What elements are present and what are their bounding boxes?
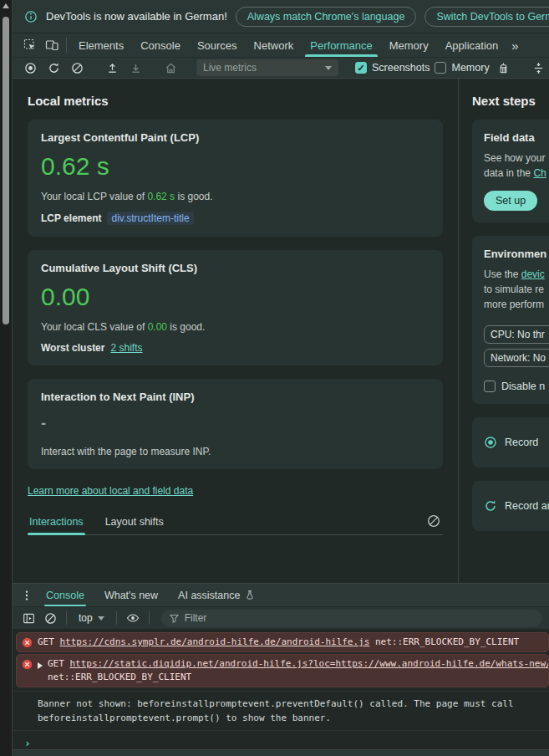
tab-elements[interactable]: Elements: [70, 33, 132, 57]
request-method: GET: [38, 636, 54, 647]
inp-value: -: [41, 415, 430, 432]
switch-devtools-button[interactable]: Switch DevTools to German: [424, 7, 549, 27]
info-icon: [24, 10, 38, 23]
devtools-window: DevTools is now available in German! Alw…: [12, 0, 549, 756]
inspect-icon[interactable]: [19, 33, 41, 57]
match-language-button[interactable]: Always match Chrome's language: [236, 7, 417, 27]
tab-application[interactable]: Application: [437, 33, 507, 57]
reload-icon: [484, 499, 497, 513]
console-log-row[interactable]: Banner not shown: beforeinstallprompteve…: [13, 691, 549, 731]
home-icon[interactable]: [161, 59, 180, 77]
console-toolbar: top: [13, 606, 549, 629]
clear-console-icon[interactable]: [41, 609, 59, 627]
download-profile-icon[interactable]: [126, 59, 145, 77]
checkbox-icon[interactable]: [435, 62, 446, 74]
checkbox-icon[interactable]: [484, 381, 496, 392]
console-drawer: Console What's new AI assistance: [13, 583, 549, 756]
crux-link[interactable]: Ch: [533, 167, 546, 179]
drawer-tabbar: Console What's new AI assistance: [13, 584, 549, 606]
tab-network[interactable]: Network: [246, 33, 302, 57]
disable-network-checkbox[interactable]: Disable n: [484, 381, 549, 392]
lcp-element-link[interactable]: div.structItem-title: [107, 212, 193, 225]
tab-memory[interactable]: Memory: [381, 33, 437, 57]
inp-description: Interact with the page to measure INP.: [41, 446, 430, 457]
record-and-reload-card[interactable]: Record an: [472, 481, 549, 531]
tab-console[interactable]: Console: [132, 33, 189, 57]
collapse-icon[interactable]: [530, 59, 548, 77]
chevron-down-icon: [98, 616, 104, 621]
record-icon[interactable]: [21, 59, 39, 77]
worst-cluster-label: Worst cluster: [41, 342, 104, 354]
console-messages: GET https://cdns.symplr.de/android-hilfe…: [13, 629, 549, 749]
learn-more-link[interactable]: Learn more about local and field data: [28, 485, 193, 497]
tab-interactions[interactable]: Interactions: [28, 511, 85, 534]
logs-tabbar: Interactions Layout shifts: [28, 511, 443, 535]
tab-layout-shifts[interactable]: Layout shifts: [104, 511, 165, 534]
eye-icon[interactable]: [124, 609, 142, 627]
tab-performance[interactable]: Performance: [302, 33, 380, 57]
device-toolbar-icon[interactable]: [41, 33, 63, 57]
inp-card: Interaction to Next Paint (INP) - Intera…: [28, 379, 443, 469]
scroll-up-arrow-icon[interactable]: [3, 3, 9, 8]
field-data-card: Field data See how your data in the Ch S…: [472, 120, 549, 222]
set-up-button[interactable]: Set up: [484, 191, 537, 211]
divider: [116, 611, 117, 625]
environment-title: Environmen: [484, 248, 549, 260]
filter-input[interactable]: [185, 612, 535, 624]
scrollbar-thumb[interactable]: [3, 17, 9, 324]
drawer-tab-ai-assistance[interactable]: AI assistance: [168, 584, 265, 606]
live-metrics-select[interactable]: Live metrics: [196, 59, 338, 76]
record-and-reload-button[interactable]: Record an: [484, 493, 549, 519]
main-tabbar: Elements Console Sources Network Perform…: [13, 33, 549, 57]
clear-icon[interactable]: [68, 59, 86, 77]
divider: [149, 611, 150, 625]
cls-card: Cumulative Layout Shift (CLS) 0.00 Your …: [28, 250, 443, 365]
cls-title: Cumulative Layout Shift (CLS): [41, 262, 430, 274]
kebab-menu-icon[interactable]: [18, 584, 36, 606]
request-url-link[interactable]: https://static.diqidip.net/android-hilfe…: [70, 658, 549, 669]
record-card[interactable]: Record: [472, 417, 549, 467]
cls-description: Your local CLS value of 0.00 is good.: [41, 321, 430, 333]
lcp-element-label: LCP element: [41, 212, 101, 224]
error-icon: [22, 659, 33, 670]
environment-text: Use the devic to simulate re more perfor…: [484, 267, 549, 312]
console-error-row[interactable]: GET https://cdns.symplr.de/android-hilfe…: [16, 632, 549, 652]
context-selector[interactable]: top: [74, 610, 109, 626]
next-steps-heading: Next steps: [472, 94, 549, 108]
next-steps-column: Next steps Field data See how your data …: [458, 79, 549, 583]
drawer-tab-whats-new[interactable]: What's new: [94, 584, 168, 606]
network-throttling-select[interactable]: Network: No: [484, 349, 549, 367]
clear-log-icon[interactable]: [424, 512, 443, 530]
request-url-link[interactable]: https://cdns.symplr.de/android-hilfe.de/…: [60, 636, 370, 647]
lcp-card: Largest Contentful Paint (LCP) 0.62 s Yo…: [28, 120, 443, 237]
memory-checkbox[interactable]: Memory: [435, 62, 489, 74]
checkbox-checked-icon[interactable]: [355, 62, 367, 74]
screenshots-checkbox[interactable]: Screenshots: [355, 62, 430, 74]
more-tabs-button[interactable]: »: [506, 33, 523, 57]
lcp-inline-value: 0.62 s: [147, 191, 175, 202]
expand-triangle-icon[interactable]: [38, 662, 43, 669]
garbage-collect-icon[interactable]: [495, 59, 513, 77]
console-sidebar-icon[interactable]: [19, 609, 38, 627]
upload-profile-icon[interactable]: [103, 59, 121, 77]
cls-inline-value: 0.00: [148, 321, 167, 333]
lcp-value: 0.62 s: [41, 152, 430, 181]
error-icon: [22, 637, 33, 648]
filter-box[interactable]: [161, 610, 542, 627]
reload-record-icon[interactable]: [44, 59, 63, 77]
console-prompt[interactable]: ›: [13, 731, 549, 749]
worst-cluster-link[interactable]: 2 shifts: [110, 342, 142, 354]
tab-sources[interactable]: Sources: [189, 33, 246, 57]
spacer: [484, 312, 549, 320]
drawer-tab-console[interactable]: Console: [36, 584, 94, 606]
inp-title: Interaction to Next Paint (INP): [41, 391, 430, 403]
page-scrollbar[interactable]: [0, 0, 12, 756]
flask-icon: [245, 590, 255, 600]
divider: [66, 38, 67, 53]
console-error-row[interactable]: GET https://static.diqidip.net/android-h…: [16, 654, 549, 687]
record-button[interactable]: Record: [484, 429, 549, 456]
field-data-title: Field data: [484, 131, 549, 144]
local-metrics-heading: Local metrics: [28, 94, 443, 108]
device-toolbar-link[interactable]: devic: [521, 268, 545, 280]
cpu-throttling-select[interactable]: CPU: No thr: [484, 325, 549, 344]
